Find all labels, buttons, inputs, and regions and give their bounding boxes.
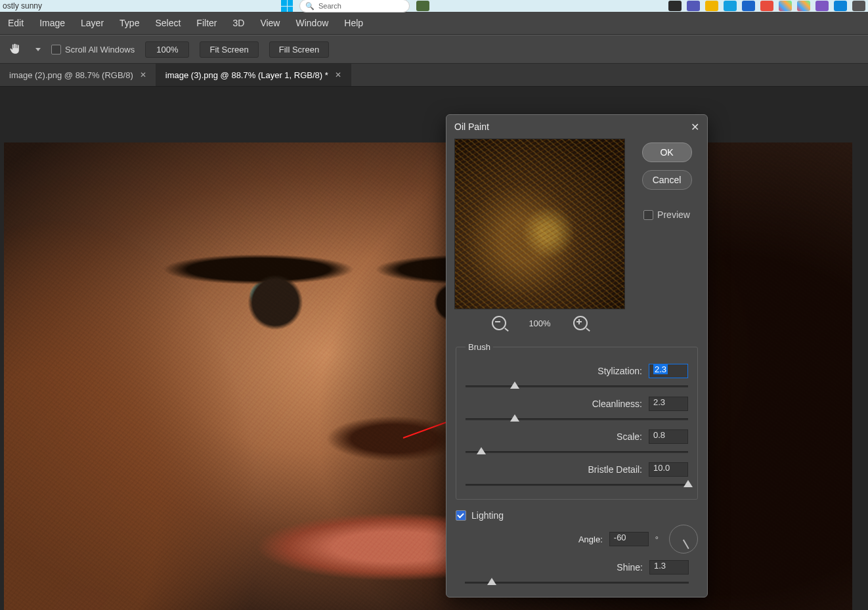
zoom-out-icon[interactable] [492,316,506,330]
document-tab[interactable]: image (3).png @ 88.7% (Layer 1, RGB/8) *… [156,64,351,86]
menu-image[interactable]: Image [39,18,65,28]
menu-window[interactable]: Window [295,18,328,28]
weather-text: ostly sunny [3,1,42,11]
document-tab[interactable]: image (2).png @ 88.7% (RGB/8) ✕ [0,64,156,86]
checkbox-checked-icon [456,510,466,521]
menu-layer[interactable]: Layer [81,18,104,28]
menu-edit[interactable]: Edit [8,18,24,28]
close-icon[interactable]: ✕ [335,70,341,79]
menu-3d[interactable]: 3D [232,18,244,28]
lighting-label: Lighting [471,510,504,521]
canvas-image[interactable] [4,142,852,610]
bristle-detail-slider[interactable] [466,479,688,490]
tray-icon[interactable] [742,1,755,11]
scale-input[interactable]: 0.8 [649,429,688,444]
cleanliness-slider[interactable] [466,414,688,424]
scroll-all-windows-label: Scroll All Windows [65,45,135,54]
stylization-label: Stylization: [597,366,642,376]
stylization-slider[interactable] [466,381,688,391]
slider-thumb-icon[interactable] [487,578,496,585]
cleanliness-label: Cleanliness: [592,399,642,409]
os-taskbar: ostly sunny 🔍 Search [0,0,868,12]
menu-help[interactable]: Help [344,18,363,28]
search-icon: 🔍 [305,2,315,11]
slider-thumb-icon[interactable] [477,447,486,454]
shine-input[interactable]: 1.3 [649,560,689,575]
tray-icon[interactable] [834,1,847,11]
shine-label: Shine: [617,562,643,573]
workspace: Oil Paint ✕ 100% OK Cancel Preview [0,87,868,610]
scroll-all-windows-checkbox[interactable]: Scroll All Windows [51,45,135,54]
preview-zoom-level: 100% [529,318,550,328]
tray-icon[interactable] [852,1,865,11]
hand-tool-icon[interactable] [8,42,22,56]
tray-icon[interactable] [705,1,718,11]
tray-icon[interactable] [797,1,810,11]
checkbox-icon [51,45,61,54]
document-tabs: image (2).png @ 88.7% (RGB/8) ✕ image (3… [0,64,868,87]
zoom-level-box[interactable]: 100% [145,41,189,58]
os-search-placeholder: Search [318,2,341,10]
angle-dial[interactable] [669,525,698,554]
angle-label: Angle: [578,534,603,544]
stylization-input[interactable]: 2.3 [649,364,688,378]
fit-screen-button[interactable]: Fit Screen [200,41,258,58]
close-icon[interactable]: ✕ [140,70,146,79]
oil-paint-dialog: Oil Paint ✕ 100% OK Cancel Preview [446,114,708,598]
brush-group: Brush Stylization: 2.3 Cleanliness: 2.3 … [456,342,698,500]
os-search-box[interactable]: 🔍 Search [299,0,410,12]
cleanliness-input[interactable]: 2.3 [649,397,688,411]
tray-icon[interactable] [687,1,700,11]
scale-slider[interactable] [466,447,688,457]
bristle-detail-input[interactable]: 10.0 [649,462,688,477]
checkbox-icon [643,210,653,220]
tray-icon[interactable] [724,1,737,11]
slider-thumb-icon[interactable] [684,480,693,487]
angle-input[interactable]: -60 [609,532,649,546]
app-menubar: Edit Image Layer Type Select Filter 3D V… [0,12,868,35]
bristle-detail-label: Bristle Detail: [588,464,642,475]
lighting-checkbox[interactable]: Lighting [456,510,707,521]
menu-type[interactable]: Type [119,18,139,28]
close-icon[interactable]: ✕ [691,121,699,133]
fill-screen-button[interactable]: Fill Screen [269,41,329,58]
cancel-button[interactable]: Cancel [642,170,692,190]
preview-checkbox[interactable]: Preview [643,209,690,220]
scale-label: Scale: [617,431,642,442]
brush-group-legend: Brush [466,342,493,352]
shine-slider[interactable] [465,577,689,588]
tray-icon[interactable] [668,1,682,11]
windows-start-icon[interactable] [281,0,293,12]
slider-thumb-icon[interactable] [510,381,519,389]
zoom-in-icon[interactable] [573,316,588,330]
tool-preset-dropdown-icon[interactable] [35,48,41,51]
degree-symbol: ° [655,534,659,544]
options-bar: Scroll All Windows 100% Fit Screen Fill … [0,35,868,64]
tray-icon[interactable] [815,1,829,11]
document-tab-label: image (2).png @ 88.7% (RGB/8) [9,70,133,80]
menu-view[interactable]: View [260,18,280,28]
filter-preview-image[interactable] [454,139,625,309]
ok-button[interactable]: OK [642,142,692,162]
tray-icon[interactable] [779,1,792,11]
preview-checkbox-label: Preview [657,209,690,220]
menu-filter[interactable]: Filter [196,18,217,28]
system-tray [668,1,865,11]
dialog-titlebar[interactable]: Oil Paint ✕ [446,115,707,139]
tray-icon[interactable] [416,1,429,11]
dialog-title: Oil Paint [454,121,489,132]
document-tab-label: image (3).png @ 88.7% (Layer 1, RGB/8) * [165,70,328,80]
menu-select[interactable]: Select [155,18,181,28]
slider-thumb-icon[interactable] [510,414,519,422]
tray-icon[interactable] [760,1,773,11]
taskbar-center: 🔍 Search [281,0,429,12]
